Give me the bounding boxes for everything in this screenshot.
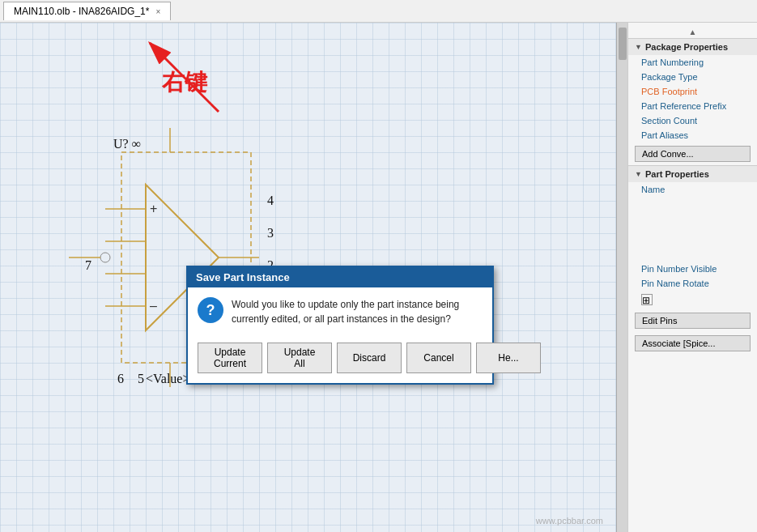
- tab-label: MAIN110.olb - INA826AIDG_1*: [14, 6, 149, 17]
- close-tab-button[interactable]: ×: [155, 7, 160, 16]
- package-properties-section-header: ▼ Package Properties: [628, 38, 757, 55]
- panel-item-pin-number-visible[interactable]: Pin Number Visible: [628, 262, 757, 276]
- panel-item-package-type[interactable]: Package Type: [628, 70, 757, 84]
- canvas-scrollbar[interactable]: [616, 23, 627, 532]
- svg-text:7: 7: [85, 258, 91, 272]
- update-current-button[interactable]: Update Current: [198, 343, 262, 373]
- svg-text:–: –: [150, 299, 157, 313]
- section-collapse-arrow[interactable]: ▼: [635, 43, 642, 51]
- panel-item-part-numbering[interactable]: Part Numbering: [628, 55, 757, 70]
- panel-item-pcb-footprint[interactable]: PCB Footprint: [628, 84, 757, 99]
- part-properties-label: Part Properties: [645, 169, 709, 179]
- canvas-area[interactable]: 右键 + – 4 3 2 1 7 U? ∞: [0, 23, 616, 532]
- panel-item-name[interactable]: Name: [628, 182, 757, 197]
- right-click-annotation: 右键: [162, 67, 207, 98]
- right-panel: ▲ ▼ Package Properties Part Numbering Pa…: [627, 23, 757, 532]
- dialog-title: Save Part Instance: [196, 271, 290, 283]
- package-properties-label: Package Properties: [645, 42, 728, 52]
- dialog-body: ? Would you like to update only the part…: [188, 287, 492, 336]
- dialog-message: Would you like to update only the part i…: [232, 297, 459, 326]
- panel-item-part-aliases[interactable]: Part Aliases: [628, 128, 757, 143]
- watermark: www.pcbbar.com: [536, 516, 603, 526]
- panel-scroll-up[interactable]: ▲: [628, 26, 757, 38]
- update-all-button[interactable]: Update All: [267, 343, 332, 373]
- svg-text:5: 5: [138, 372, 144, 385]
- panel-item-pin-name-rotate[interactable]: Pin Name Rotate: [628, 276, 757, 291]
- scrollbar-thumb[interactable]: [619, 28, 627, 60]
- title-bar: MAIN110.olb - INA826AIDG_1* ×: [0, 0, 757, 23]
- svg-text:+: +: [150, 202, 157, 215]
- dialog-question-icon: ?: [198, 297, 223, 323]
- dialog-titlebar: Save Part Instance: [188, 267, 492, 287]
- panel-item-part-reference-prefix[interactable]: Part Reference Prefix: [628, 99, 757, 113]
- part-section-collapse-arrow[interactable]: ▼: [635, 170, 642, 178]
- dialog-buttons: Update Current Update All Discard Cancel…: [188, 336, 492, 383]
- panel-item-section-count[interactable]: Section Count: [628, 113, 757, 128]
- part-properties-section-header: ▼ Part Properties: [628, 165, 757, 182]
- main-layout: 右键 + – 4 3 2 1 7 U? ∞: [0, 23, 757, 532]
- document-tab[interactable]: MAIN110.olb - INA826AIDG_1* ×: [3, 2, 171, 20]
- svg-point-18: [100, 253, 110, 262]
- help-button[interactable]: He...: [476, 343, 541, 373]
- add-converter-button[interactable]: Add Conve...: [635, 146, 751, 162]
- save-part-instance-dialog: Save Part Instance ? Would you like to u…: [186, 266, 494, 385]
- pin-expand-icon[interactable]: ⊞: [641, 294, 653, 305]
- svg-text:U? ∞: U? ∞: [113, 137, 141, 151]
- svg-text:<Value>: <Value>: [146, 372, 189, 385]
- svg-text:3: 3: [267, 226, 274, 240]
- discard-button[interactable]: Discard: [337, 343, 402, 373]
- associate-footprint-button[interactable]: Associate [Spice...: [635, 335, 751, 351]
- cancel-button[interactable]: Cancel: [406, 343, 471, 373]
- svg-text:6: 6: [117, 372, 124, 385]
- svg-text:4: 4: [267, 194, 274, 207]
- edit-pins-button[interactable]: Edit Pins: [635, 313, 751, 329]
